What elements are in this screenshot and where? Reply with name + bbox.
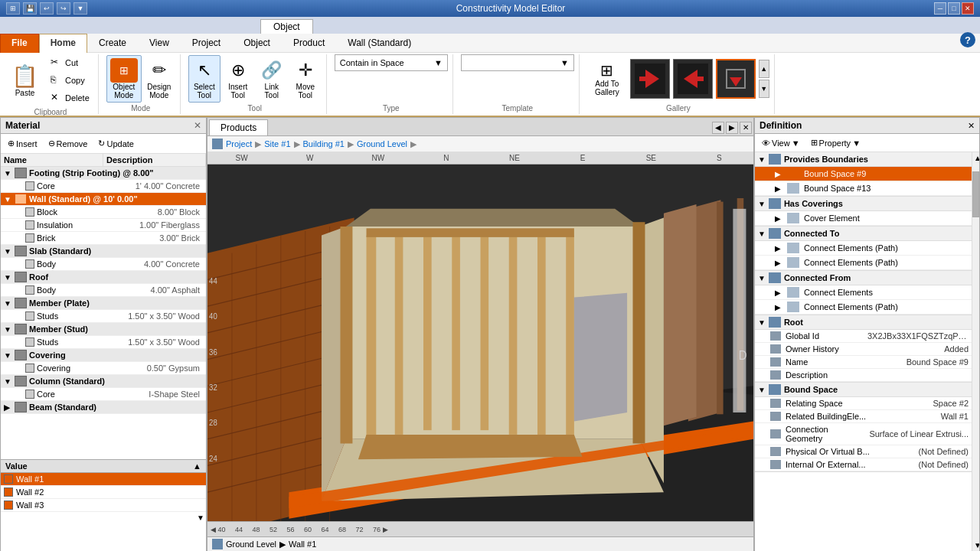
remove-button[interactable]: ⊖ Remove — [44, 136, 92, 151]
list-item[interactable]: ▶ Beam (Standard) — [1, 401, 206, 414]
expand-icon[interactable]: ▼ — [4, 247, 15, 256]
list-item[interactable]: ▼ Member (Plate) — [1, 297, 206, 310]
bound-space-header[interactable]: ▼ Bound Space — [755, 383, 972, 397]
breadcrumb-building[interactable]: Building #1 — [303, 139, 345, 148]
provides-boundaries-header[interactable]: ▼ Provides Boundaries — [755, 152, 972, 167]
expand-icon[interactable]: ▶ — [4, 403, 15, 412]
undo-icon[interactable]: ↩ — [40, 2, 54, 15]
tab-prev-button[interactable]: ◀ — [712, 122, 724, 134]
list-item[interactable]: ▶ Connect Elements (Path) — [755, 300, 972, 315]
list-item[interactable]: Internal Or External... (Not Defined) — [755, 458, 972, 471]
expand-icon[interactable]: ▼ — [4, 325, 15, 334]
expand-icon[interactable]: ▼ — [4, 195, 15, 204]
gallery-item-1[interactable] — [630, 59, 670, 99]
gallery-scroll-down[interactable]: ▼ — [759, 80, 769, 98]
maximize-button[interactable]: □ — [948, 2, 960, 15]
list-item[interactable]: ▼ Footing (Strip Footing) @ 8.00" — [1, 167, 206, 180]
ribbon-tab-object[interactable]: Object — [232, 34, 282, 52]
expand-icon[interactable]: ▶ — [772, 184, 786, 193]
design-mode-button[interactable]: ✏ DesignMode — [143, 55, 175, 103]
ribbon-tab-file[interactable]: File — [0, 34, 39, 53]
scroll-down-arrow[interactable]: ▼ — [972, 540, 979, 551]
list-item[interactable]: Related BuildingEle... Wall #1 — [755, 410, 972, 423]
canvas-area[interactable]: D 44 40 36 32 28 24 ◀ 40 44 48 52 56 60 … — [207, 165, 753, 536]
object-tab[interactable]: Object — [260, 19, 313, 34]
breadcrumb-level[interactable]: Ground Level — [357, 139, 407, 148]
list-item[interactable]: Brick 3.00" Brick — [1, 232, 206, 245]
list-item[interactable]: ▼ Slab (Standard) — [1, 245, 206, 258]
expand-icon[interactable]: ▼ — [4, 273, 15, 282]
right-panel-close-button[interactable]: ✕ — [968, 121, 975, 131]
left-panel-close-button[interactable]: ✕ — [194, 120, 201, 131]
dropdown-icon[interactable]: ▼ — [74, 2, 87, 15]
ribbon-tab-home[interactable]: Home — [39, 34, 87, 53]
list-item[interactable]: Connection Geometry Surface of Linear Ex… — [755, 423, 972, 445]
list-item[interactable]: ▼ Wall (Standard) @ 10' 0.00" — [1, 193, 206, 206]
bottom-level[interactable]: Ground Level — [226, 540, 276, 549]
list-item[interactable]: Core 1' 4.00" Concrete — [1, 180, 206, 193]
list-item[interactable]: Wall #1 — [1, 473, 206, 486]
type-dropdown[interactable]: Contain in Space ▼ — [335, 54, 448, 71]
link-tool-button[interactable]: 🔗 LinkTool — [256, 55, 288, 103]
expand-icon[interactable]: ▶ — [772, 303, 786, 311]
list-item[interactable]: ▶ Connect Elements (Path) — [755, 256, 972, 270]
list-item[interactable]: ▶ Connect Elements — [755, 285, 972, 300]
help-icon[interactable]: ? — [960, 32, 975, 47]
close-button[interactable]: ✕ — [962, 2, 974, 15]
ribbon-tab-create[interactable]: Create — [87, 34, 138, 52]
breadcrumb-site[interactable]: Site #1 — [264, 139, 290, 148]
expand-icon[interactable]: ▶ — [772, 259, 786, 267]
products-tab[interactable]: Products — [209, 119, 268, 135]
property-button[interactable]: ⊞ Property ▼ — [807, 135, 864, 150]
root-section-header[interactable]: ▼ Root — [755, 315, 972, 330]
minimize-button[interactable]: ─ — [934, 2, 946, 15]
insert-tool-button[interactable]: ⊕ InsertTool — [222, 55, 254, 103]
list-item[interactable]: Studs 1.50" x 3.50" Wood — [1, 336, 206, 349]
connected-from-header[interactable]: ▼ Connected From — [755, 271, 972, 285]
gallery-item-2[interactable] — [673, 59, 713, 99]
expand-icon[interactable]: ▼ — [4, 351, 15, 360]
tab-close-button[interactable]: ✕ — [740, 122, 752, 134]
view-button[interactable]: 👁 View ▼ — [758, 135, 804, 150]
save-icon[interactable]: 💾 — [23, 2, 37, 15]
list-item[interactable]: ▼ Covering — [1, 349, 206, 362]
tab-next-button[interactable]: ▶ — [726, 122, 738, 134]
list-item[interactable]: Physical Or Virtual B... (Not Defined) — [755, 445, 972, 458]
connected-to-header[interactable]: ▼ Connected To — [755, 227, 972, 241]
value-scroll-up[interactable]: ▲ — [193, 461, 201, 471]
list-item[interactable]: Body 4.00" Concrete — [1, 258, 206, 271]
expand-icon[interactable]: ▶ — [772, 289, 786, 297]
breadcrumb-project[interactable]: Project — [226, 139, 252, 148]
expand-icon[interactable]: ▼ — [4, 299, 15, 308]
list-item[interactable]: ▶ Bound Space #13 — [755, 181, 972, 196]
list-item[interactable]: Wall #3 — [1, 499, 206, 512]
copy-button[interactable]: ⎘ Copy — [47, 72, 93, 89]
expand-icon[interactable]: ▼ — [4, 169, 15, 178]
ribbon-tab-wall[interactable]: Wall (Standard) — [336, 34, 423, 52]
redo-icon[interactable]: ↪ — [57, 2, 70, 15]
app-icon[interactable]: ⊞ — [6, 2, 20, 15]
update-button[interactable]: ↻ Update — [94, 136, 137, 151]
list-item[interactable]: Studs 1.50" x 3.50" Wood — [1, 310, 206, 323]
right-panel-scrollbar[interactable]: ▲ ▼ — [972, 152, 979, 551]
ribbon-tab-view[interactable]: View — [138, 34, 181, 52]
add-to-gallery-button[interactable]: ⊞ Add ToGallery — [587, 60, 627, 98]
list-item[interactable]: Covering 0.50" Gypsum — [1, 362, 206, 375]
gallery-scroll-up[interactable]: ▲ — [759, 60, 769, 78]
list-item[interactable]: ▶ Bound Space #9 — [755, 167, 972, 181]
delete-button[interactable]: ✕ Delete — [47, 90, 93, 106]
list-item[interactable]: ▶ Connect Elements (Path) — [755, 241, 972, 256]
list-item[interactable]: ▼ Member (Stud) — [1, 323, 206, 336]
list-item[interactable]: ▼ Column (Standard) — [1, 375, 206, 388]
ribbon-tab-product[interactable]: Product — [282, 34, 336, 52]
expand-icon[interactable]: ▼ — [4, 377, 15, 386]
list-item[interactable]: Name Bound Space #9 — [755, 356, 972, 369]
template-dropdown[interactable]: ▼ — [461, 54, 574, 71]
scrollbar-thumb[interactable] — [972, 171, 979, 217]
list-item[interactable]: Owner History Added — [755, 343, 972, 356]
list-item[interactable]: Core I-Shape Steel — [1, 388, 206, 401]
expand-icon[interactable]: ▶ — [772, 170, 786, 178]
list-item[interactable]: ▼ Roof — [1, 271, 206, 284]
list-item[interactable]: Block 8.00" Block — [1, 206, 206, 219]
move-tool-button[interactable]: ✛ MoveTool — [289, 55, 322, 103]
